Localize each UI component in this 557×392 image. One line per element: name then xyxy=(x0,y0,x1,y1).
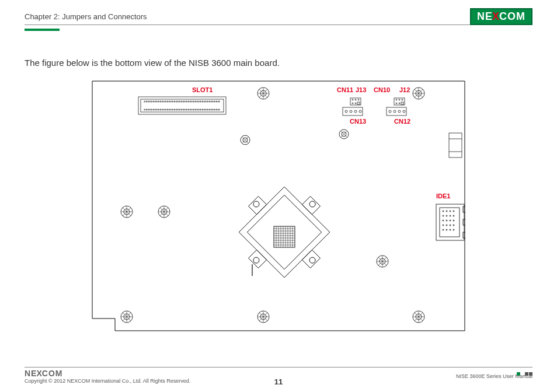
svg-point-83 xyxy=(443,229,444,230)
svg-rect-10 xyxy=(357,102,360,104)
svg-point-20 xyxy=(396,103,397,104)
copyright-text: Copyright © 2012 NEXCOM International Co… xyxy=(25,378,190,384)
svg-point-67 xyxy=(443,211,444,212)
svg-point-78 xyxy=(453,220,454,221)
svg-rect-0 xyxy=(138,97,226,114)
svg-point-75 xyxy=(443,220,444,221)
svg-point-85 xyxy=(450,229,451,230)
intro-text: The figure below is the bottom view of t… xyxy=(25,58,532,68)
svg-point-8 xyxy=(352,103,353,104)
svg-point-86 xyxy=(453,229,454,230)
svg-rect-48 xyxy=(239,187,330,278)
page-header: Chapter 2: Jumpers and Connectors NEXCOM xyxy=(25,9,532,23)
svg-rect-63 xyxy=(440,208,459,237)
label-slot1: SLOT1 xyxy=(192,86,213,93)
svg-point-81 xyxy=(450,225,451,226)
svg-point-69 xyxy=(450,211,451,212)
svg-point-9 xyxy=(355,103,356,104)
label-cn12: CN12 xyxy=(394,118,410,125)
footer-divider xyxy=(25,367,532,368)
svg-point-73 xyxy=(450,215,451,216)
footer-logo-pre: NE xyxy=(25,369,37,378)
label-j13: J13 xyxy=(356,86,366,93)
header-divider xyxy=(25,24,532,25)
svg-rect-1 xyxy=(141,99,224,112)
logo-post: COM xyxy=(499,10,525,23)
svg-rect-11 xyxy=(343,107,363,116)
label-cn10: CN10 xyxy=(374,86,390,93)
svg-point-68 xyxy=(446,211,447,212)
page-number: 11 xyxy=(274,377,283,386)
svg-point-25 xyxy=(394,110,396,113)
svg-point-82 xyxy=(453,225,454,226)
svg-point-15 xyxy=(359,110,361,113)
svg-point-14 xyxy=(354,110,357,113)
svg-point-19 xyxy=(402,99,403,100)
svg-point-6 xyxy=(355,99,356,100)
svg-rect-23 xyxy=(387,107,406,116)
svg-point-24 xyxy=(389,110,391,113)
header-accent-bar xyxy=(25,29,60,31)
svg-rect-53 xyxy=(302,250,320,268)
svg-point-13 xyxy=(350,110,352,113)
svg-rect-62 xyxy=(436,204,464,240)
label-cn11: CN11 xyxy=(337,86,353,93)
footer-logo-post: COM xyxy=(42,369,63,378)
footer-logo: NEXCOM xyxy=(25,369,190,378)
svg-rect-59 xyxy=(449,133,462,158)
svg-point-79 xyxy=(443,225,444,226)
svg-point-70 xyxy=(453,211,454,212)
nexcom-logo: NEXCOM xyxy=(470,8,532,25)
svg-point-18 xyxy=(399,99,400,100)
svg-point-72 xyxy=(446,215,447,216)
svg-rect-51 xyxy=(248,250,266,268)
svg-point-27 xyxy=(403,110,405,113)
svg-rect-52 xyxy=(248,196,266,214)
svg-point-74 xyxy=(453,215,454,216)
label-ide1: IDE1 xyxy=(436,192,450,200)
svg-point-21 xyxy=(399,103,400,104)
manual-title: NISE 3600E Series User Manual xyxy=(456,373,532,379)
label-cn13: CN13 xyxy=(350,118,366,125)
svg-point-7 xyxy=(358,99,359,100)
svg-point-12 xyxy=(345,110,347,113)
svg-point-71 xyxy=(443,215,444,216)
svg-point-5 xyxy=(352,99,353,100)
label-j12: J12 xyxy=(399,86,410,93)
svg-point-84 xyxy=(446,229,447,230)
board-figure: SLOT1 CN11 J13 CN10 J12 CN13 CN12 IDE1 xyxy=(92,80,465,331)
svg-point-77 xyxy=(450,220,451,221)
svg-point-17 xyxy=(396,99,397,100)
svg-point-80 xyxy=(446,225,447,226)
svg-point-26 xyxy=(398,110,401,113)
svg-rect-58 xyxy=(274,226,295,247)
chapter-title: Chapter 2: Jumpers and Connectors xyxy=(25,12,147,21)
svg-rect-50 xyxy=(302,196,320,214)
svg-point-76 xyxy=(446,220,447,221)
svg-rect-22 xyxy=(401,102,403,104)
logo-pre: NE xyxy=(477,10,493,23)
